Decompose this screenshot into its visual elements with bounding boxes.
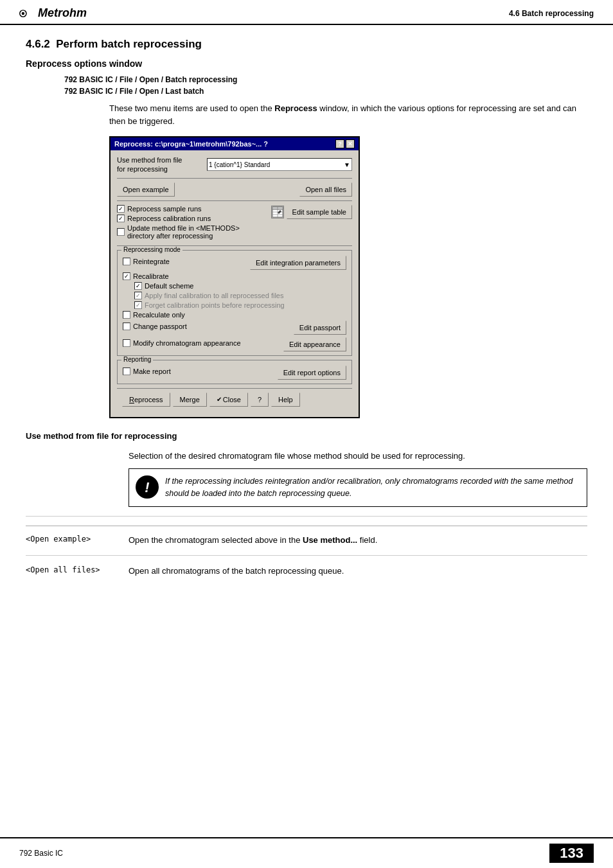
sample-table-icon — [271, 206, 284, 218]
modify-chromatogram-row: Modify chromatogram appearance — [123, 339, 283, 347]
reprocess-sample-runs-row: Reprocess sample runs — [117, 205, 265, 213]
update-method-checkbox[interactable] — [117, 228, 125, 236]
question-button[interactable]: ? — [251, 393, 269, 407]
dialog-body: Use method from filefor reprocessing 1 {… — [111, 150, 359, 417]
recalculate-only-label: Recalculate only — [133, 311, 185, 319]
method-select[interactable]: 1 {cation^1} Standard ▼ — [207, 158, 352, 171]
reprocess-sample-runs-checkbox[interactable] — [117, 205, 125, 213]
open-all-files-desc: Open all chromatograms of the batch repr… — [129, 565, 587, 578]
attention-box: ! If the reprocessing includes reintegra… — [129, 468, 587, 507]
reprocess-calibration-row: Reprocess calibration runs — [117, 215, 265, 222]
change-passport-row: Change passport — [123, 323, 294, 330]
default-scheme-label: Default scheme — [145, 282, 193, 290]
reintegrate-label: Reintegrate — [133, 258, 170, 265]
dialog-titlebar: Reprocess: c:\progra~1\metrohm\792bas~..… — [111, 137, 359, 150]
reintegrate-checkbox[interactable] — [123, 258, 130, 265]
field-def-open-example: <Open example> Open the chromatogram sel… — [26, 534, 587, 556]
reprocess-dialog: Reprocess: c:\progra~1\metrohm\792bas~..… — [109, 136, 360, 418]
open-all-files-term: <Open all files> — [26, 565, 129, 574]
change-passport-label: Change passport — [133, 323, 187, 330]
section-label: 4.6 Batch reprocessing — [509, 9, 594, 18]
use-method-label: Use method from filefor reprocessing — [117, 155, 207, 174]
use-method-row: Use method from filefor reprocessing 1 {… — [117, 155, 352, 174]
field-def-heading: Use method from file for reprocessing — [26, 431, 587, 441]
edit-sample-table-area: Edit sample table — [271, 205, 352, 219]
dropdown-arrow-icon: ▼ — [344, 161, 350, 168]
reprocess-button[interactable]: Reprocess — [122, 393, 170, 407]
page-header: Metrohm 4.6 Batch reprocessing — [0, 0, 613, 25]
reprocess-calibration-label: Reprocess calibration runs — [127, 215, 211, 222]
update-method-label: Update method file in <METHODS> director… — [127, 224, 265, 240]
default-scheme-checkbox[interactable] — [134, 282, 142, 290]
reprocess-sample-runs-label: Reprocess sample runs — [127, 205, 202, 213]
edit-passport-button[interactable]: Edit passport — [294, 321, 346, 335]
reporting-group-label: Reporting — [121, 356, 153, 363]
svg-point-1 — [22, 12, 24, 15]
reintegrate-row: Reintegrate — [123, 258, 250, 265]
help-titlebar-btn[interactable]: ? — [335, 139, 344, 148]
apply-final-label: Apply final calibration to all reprocess… — [145, 292, 283, 299]
make-report-row: Make report — [123, 368, 278, 375]
help-button[interactable]: Help — [271, 393, 300, 407]
open-example-button[interactable]: Open example — [117, 182, 175, 197]
field-def-use-method: Selection of the desired chromatogram fi… — [26, 450, 587, 517]
forget-calibration-label: Forget calibration points before reproce… — [145, 301, 285, 309]
sep1 — [117, 178, 352, 179]
attention-text: If the reprocessing includes reintegrati… — [165, 475, 580, 500]
edit-appearance-button[interactable]: Edit appearance — [283, 337, 346, 351]
modify-chromatogram-checkbox[interactable] — [123, 339, 130, 347]
recalculate-only-checkbox[interactable] — [123, 311, 130, 319]
reprocess-calibration-checkbox[interactable] — [117, 215, 125, 222]
open-example-desc: Open the chromatogram selected above in … — [129, 534, 587, 547]
close-button[interactable]: ✔ Close — [209, 393, 248, 407]
open-buttons-row: Open example Open all files — [117, 182, 352, 197]
divider-1 — [26, 526, 587, 526]
apply-final-checkbox[interactable] — [134, 292, 142, 299]
reprocessing-mode-label: Reprocessing mode — [121, 246, 182, 253]
update-method-row: Update method file in <METHODS> director… — [117, 224, 265, 240]
edit-integration-params-button[interactable]: Edit integration parameters — [250, 256, 346, 270]
make-report-checkbox[interactable] — [123, 368, 130, 375]
edit-report-options-button[interactable]: Edit report options — [278, 366, 346, 380]
recalibrate-label: Recalibrate — [133, 272, 169, 280]
subsection-heading: Reprocess options window — [26, 58, 587, 69]
edit-sample-table-button[interactable]: Edit sample table — [287, 205, 352, 219]
recalibrate-checkbox[interactable] — [123, 272, 130, 280]
dialog-wrapper: Reprocess: c:\progra~1\metrohm\792bas~..… — [109, 136, 587, 418]
dialog-title: Reprocess: c:\progra~1\metrohm\792bas~..… — [114, 140, 268, 148]
attention-icon: ! — [136, 475, 159, 499]
logo-text: Metrohm — [38, 6, 87, 19]
reprocessing-mode-group: Reprocessing mode Reintegrate Edit integ… — [117, 250, 352, 356]
forget-calibration-checkbox[interactable] — [134, 301, 142, 309]
field-definitions-section: Use method from file for reprocessing Se… — [26, 431, 587, 587]
forget-calibration-row: Forget calibration points before reproce… — [134, 301, 346, 309]
recalibrate-row: Recalibrate — [123, 272, 346, 280]
titlebar-buttons: ? ✕ — [335, 139, 355, 148]
logo: Metrohm — [19, 6, 87, 20]
footer-product: 792 Basic IC — [19, 849, 63, 858]
page-number: 133 — [549, 844, 594, 863]
close-titlebar-btn[interactable]: ✕ — [346, 139, 355, 148]
main-content: 4.6.2 Perform batch reprocessing Reproce… — [0, 25, 613, 621]
description-text: These two menu items are used to open th… — [109, 102, 587, 127]
merge-button[interactable]: Merge — [173, 393, 207, 407]
change-passport-checkbox[interactable] — [123, 323, 130, 330]
default-scheme-row: Default scheme — [134, 282, 346, 290]
apply-final-row: Apply final calibration to all reprocess… — [134, 292, 346, 299]
sep2 — [117, 200, 352, 201]
bottom-buttons: Reprocess Merge ✔ Close ? Help — [117, 388, 352, 412]
menu-path-1: 792 BASIC IC / File / Open / Batch repro… — [64, 75, 587, 84]
recalculate-only-row: Recalculate only — [123, 311, 346, 319]
section-heading: 4.6.2 Perform batch reprocessing — [26, 38, 587, 51]
field-def-desc-use-method: Selection of the desired chromatogram fi… — [129, 450, 587, 463]
reporting-group: Reporting Make report Edit report option… — [117, 360, 352, 384]
open-example-term: <Open example> — [26, 534, 129, 544]
make-report-label: Make report — [133, 368, 171, 375]
modify-chromatogram-label: Modify chromatogram appearance — [133, 339, 241, 347]
open-all-files-button[interactable]: Open all files — [299, 182, 352, 197]
field-def-open-all-files: <Open all files> Open all chromatograms … — [26, 565, 587, 587]
menu-path-2: 792 BASIC IC / File / Open / Last batch — [64, 87, 587, 96]
page-footer: 792 Basic IC 133 — [0, 837, 613, 868]
